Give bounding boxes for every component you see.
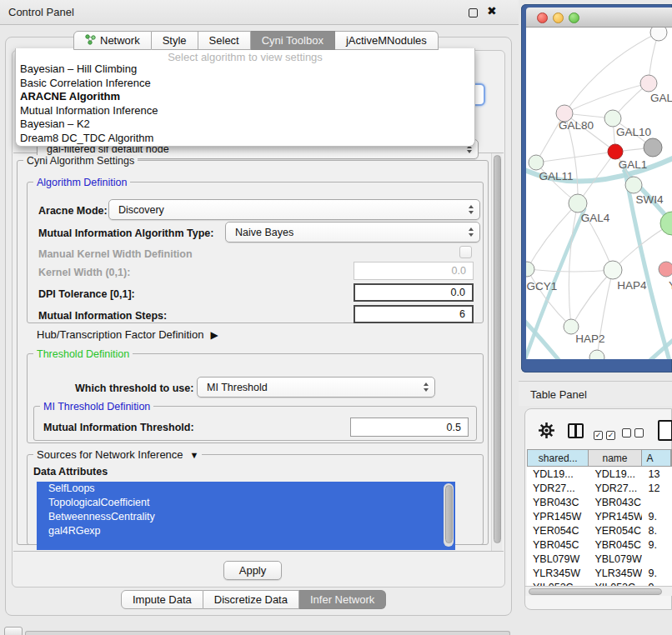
dropdown-item-basic-correlation-inference[interactable]: Basic Correlation Inference bbox=[16, 77, 474, 91]
aracne-mode-combo[interactable]: Discovery bbox=[108, 199, 480, 220]
network-node-gcy1[interactable] bbox=[526, 262, 534, 277]
network-node-gal1[interactable] bbox=[608, 144, 623, 159]
kernel-width-field: 0.0 bbox=[354, 262, 474, 280]
attribute-item-selfloops[interactable]: SelfLoops bbox=[37, 482, 455, 496]
network-view[interactable]: GALGAL80GAL10GAL1GAL11SWI4GAL4GCY1HAP4YH… bbox=[526, 28, 672, 359]
dropdown-item-bayesian-hill-climbing[interactable]: Bayesian – Hill Climbing bbox=[16, 62, 474, 77]
which-threshold-value: MI Threshold bbox=[207, 382, 268, 393]
table-horizontal-scrollbar[interactable] bbox=[525, 586, 672, 596]
network-node-bottom[interactable] bbox=[589, 350, 604, 359]
table-row[interactable]: YPR145WYPR145W9. bbox=[527, 509, 672, 523]
close-panel-icon[interactable]: ✖ bbox=[487, 4, 497, 18]
mi-steps-field[interactable]: 6 bbox=[354, 305, 474, 323]
table-cell: 9. bbox=[642, 539, 672, 551]
tab-cyni-toolbox[interactable]: Cyni Toolbox bbox=[251, 31, 335, 50]
network-icon bbox=[85, 34, 96, 48]
panel-toggle-button[interactable] bbox=[4, 627, 23, 635]
network-edge bbox=[527, 269, 613, 272]
data-attributes-list[interactable]: SelfLoopsTopologicalCoefficientBetweenne… bbox=[37, 482, 455, 550]
attribute-item-clipped[interactable] bbox=[37, 538, 455, 550]
table-row[interactable]: YDL19...YDL19...13 bbox=[527, 467, 672, 481]
network-node-hap4[interactable] bbox=[604, 261, 622, 279]
network-window[interactable]: GALGAL80GAL10GAL1GAL11SWI4GAL4GCY1HAP4YH… bbox=[521, 4, 672, 372]
tab-label: Infer Network bbox=[310, 593, 374, 606]
network-node-gal10[interactable] bbox=[604, 110, 621, 127]
table-cell: YPR145W bbox=[589, 511, 642, 522]
table-row[interactable]: YLR345WYLR345W9. bbox=[527, 566, 672, 580]
gear-icon[interactable] bbox=[538, 422, 555, 442]
network-node-top[interactable] bbox=[650, 28, 667, 41]
aracne-mode-value: Discovery bbox=[118, 204, 164, 216]
scrollbar-thumb[interactable] bbox=[445, 485, 453, 543]
data-attributes-label: Data Attributes bbox=[33, 466, 108, 478]
close-traffic-light-icon[interactable] bbox=[537, 12, 548, 23]
tab-select[interactable]: Select bbox=[198, 31, 251, 50]
dropdown-item-dream8-dc-tdc-algorithm[interactable]: Dream8 DC_TDC Algorithm bbox=[16, 132, 474, 146]
table-cell: YBL079W bbox=[527, 553, 589, 565]
settings-scrollbar[interactable] bbox=[491, 153, 502, 551]
attribute-item-topologicalcoefficient[interactable]: TopologicalCoefficient bbox=[37, 496, 455, 510]
tab-infer-network[interactable]: Infer Network bbox=[299, 590, 386, 609]
apply-button[interactable]: Apply bbox=[223, 561, 282, 580]
table-cell: 8. bbox=[642, 525, 672, 537]
zoom-traffic-light-icon[interactable] bbox=[569, 12, 579, 23]
document-icon[interactable] bbox=[658, 420, 672, 441]
attributes-scrollbar[interactable] bbox=[444, 483, 454, 547]
table-row[interactable]: YBL079WYBL079W bbox=[527, 552, 672, 566]
table-row[interactable]: YIL052CYIL052C9. bbox=[527, 580, 672, 586]
bottom-panel-edge bbox=[25, 631, 510, 635]
tab-style[interactable]: Style bbox=[152, 31, 198, 50]
tab-discretize-data[interactable]: Discretize Data bbox=[203, 590, 299, 609]
table-row[interactable]: YER054CYER054C8. bbox=[527, 523, 672, 538]
network-node-greenR[interactable] bbox=[660, 212, 672, 235]
combo-stepper-icon bbox=[469, 228, 474, 237]
mi-type-combo[interactable]: Naive Bayes bbox=[225, 222, 480, 242]
network-node-gal[interactable] bbox=[640, 75, 657, 92]
scrollbar-thumb[interactable] bbox=[494, 155, 501, 543]
node-label-gal1: GAL1 bbox=[619, 158, 648, 171]
minimize-traffic-light-icon[interactable] bbox=[553, 12, 564, 23]
sources-toggle[interactable]: Sources for Network Inference ▼ bbox=[33, 448, 202, 461]
dpi-tolerance-field[interactable]: 0.0 bbox=[354, 283, 474, 302]
tab-impute-data[interactable]: Impute Data bbox=[121, 590, 203, 609]
network-node-y[interactable] bbox=[659, 262, 672, 277]
split-columns-icon[interactable] bbox=[568, 423, 584, 438]
column-header-a[interactable]: A bbox=[642, 450, 671, 466]
threshold-definition-title: Threshold Definition bbox=[33, 348, 133, 360]
table-cell: YBR043C bbox=[589, 497, 642, 508]
unchecked-pair-icon[interactable] bbox=[622, 426, 647, 441]
node-label-gal10: GAL10 bbox=[616, 126, 651, 138]
table-cell: YBL079W bbox=[589, 553, 642, 565]
mi-type-label: Mutual Information Algorithm Type: bbox=[38, 228, 213, 239]
dropdown-item-bayesian-k2[interactable]: Bayesian – K2 bbox=[16, 118, 474, 132]
column-header-shared[interactable]: shared... bbox=[528, 450, 589, 466]
hub-definition-toggle[interactable]: Hub/Transcription Factor Definition ▶ bbox=[37, 328, 218, 341]
dropdown-item-mutual-information-inference[interactable]: Mutual Information Inference bbox=[16, 104, 474, 118]
network-window-titlebar[interactable] bbox=[526, 8, 672, 28]
network-node-gal4[interactable] bbox=[569, 194, 587, 212]
aracne-mode-label: Aracne Mode: bbox=[38, 205, 108, 217]
scrollbar-thumb[interactable] bbox=[529, 588, 662, 595]
network-node-swi4[interactable] bbox=[625, 177, 642, 193]
table-row[interactable]: YDR27...YDR27...12 bbox=[527, 481, 672, 495]
tab-jactivemnodules[interactable]: jActiveMNodules bbox=[335, 31, 439, 50]
column-header-name[interactable]: name bbox=[589, 450, 641, 466]
network-node-gray[interactable] bbox=[644, 138, 662, 157]
dropdown-item-aracne-algorithm[interactable]: ARACNE Algorithm bbox=[16, 90, 474, 104]
node-label-hap2: HAP2 bbox=[575, 332, 604, 345]
table-cell: 12 bbox=[642, 482, 672, 494]
table-row[interactable]: YBR045CYBR045C9. bbox=[527, 538, 672, 552]
network-node-gal11[interactable] bbox=[529, 155, 544, 170]
mi-threshold-field[interactable]: 0.5 bbox=[350, 418, 469, 437]
manual-kernel-checkbox[interactable] bbox=[459, 246, 472, 258]
node-label-swi4: SWI4 bbox=[635, 193, 663, 206]
table-row[interactable]: YBR043CYBR043C bbox=[527, 495, 672, 509]
attribute-item-betweennesscentrality[interactable]: BetweennessCentrality bbox=[37, 510, 455, 524]
checked-pair-icon[interactable]: ✓✓ bbox=[594, 426, 619, 441]
checkbox-empty-icon bbox=[622, 428, 631, 438]
table-cell: YER054C bbox=[527, 525, 589, 537]
which-threshold-combo[interactable]: MI Threshold bbox=[197, 377, 435, 398]
attribute-item-gal4rgexp[interactable]: gal4RGexp bbox=[37, 524, 455, 538]
tab-network[interactable]: Network bbox=[73, 31, 152, 50]
float-panel-icon[interactable] bbox=[469, 8, 478, 18]
